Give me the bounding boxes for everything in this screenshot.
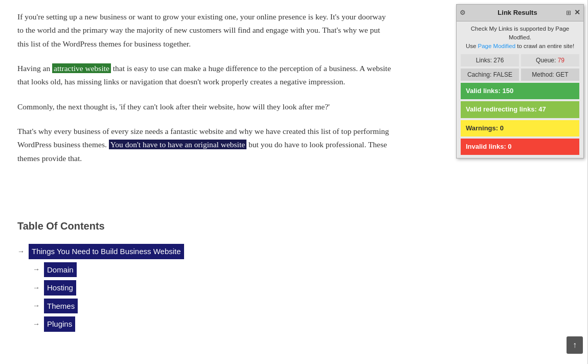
paragraph-commonly: Commonly, the next thought is, 'if they … [17,100,392,113]
toc-arrow-3: → [33,282,40,294]
panel-crawl-info: Check My Links is supported by Page Modf… [461,25,579,51]
warnings-label: Warnings: 0 [466,124,504,132]
caching-value: FALSE [493,71,512,78]
links-stat: Links: 276 [461,54,519,66]
toc-item-domain: → Domain [17,262,392,278]
scroll-to-top-button[interactable]: ↑ [567,336,583,354]
crawl-info-line3: to crawl an entire site! [515,43,574,49]
toc-title: Table Of Contents [17,217,392,235]
toc-arrow-5: → [33,318,40,330]
toc-item-hosting: → Hosting [17,280,392,295]
queue-label: Queue: [536,57,556,64]
toc-arrow-1: → [17,245,25,258]
panel-method-row: Caching: FALSE Method: GET [461,69,579,81]
crawl-info-line2: Use [466,43,478,49]
link-results-panel: ⚙ Link Results ⊞ ✕ Check My Links is sup… [456,4,584,158]
method-stat: Method: GET [521,69,579,81]
attractive-website-highlight: attractive website [52,63,111,73]
invalid-links-label: Invalid links: 0 [466,143,512,150]
method-value: GET [556,71,569,78]
toc-arrow-2: → [33,263,40,276]
panel-titlebar: ⚙ Link Results ⊞ ✕ [457,5,583,21]
valid-links-block: Valid links: 150 [461,83,579,99]
panel-title: Link Results [469,7,566,18]
gear-icon[interactable]: ⚙ [460,7,466,18]
original-website-highlight: You don't have to have an original websi… [109,140,246,149]
toc-item-plugins: → Plugins [17,316,392,332]
queue-stat: Queue: 79 [521,54,579,66]
toc-link-domain[interactable]: Domain [44,262,77,278]
para2-before: Having an [17,64,52,73]
para3-text: Commonly, the next thought is, 'if they … [17,102,330,111]
paragraph-thats-why: That's why every business of every size … [17,125,392,165]
toc-link-themes[interactable]: Themes [44,299,78,314]
expand-icon[interactable]: ⊞ [566,8,571,18]
toc-list: → Things You Need to Build Business Webs… [17,244,392,332]
close-icon[interactable]: ✕ [574,7,580,19]
links-value: 276 [493,57,504,64]
toc-link-things[interactable]: Things You Need to Build Business Websit… [29,244,184,259]
toc-link-hosting[interactable]: Hosting [44,280,76,295]
redirecting-links-label: Valid redirecting links: 47 [466,105,546,113]
intro-paragraph: If you're setting up a new business or w… [17,10,392,51]
method-label: Method: [532,71,554,78]
table-of-contents: Table Of Contents → Things You Need to B… [17,217,392,332]
toc-item-things: → Things You Need to Build Business Webs… [17,244,392,259]
warnings-block: Warnings: 0 [461,120,579,136]
links-label: Links: [476,57,492,64]
paragraph-attractive: Having an attractive website that is eas… [17,62,392,89]
crawl-info-line1: Check My Links is supported by Page Modf… [471,26,569,40]
queue-value: 79 [558,57,564,64]
caching-stat: Caching: FALSE [461,69,519,81]
scroll-top-icon: ↑ [573,340,577,349]
toc-item-themes: → Themes [17,299,392,314]
panel-stats-row: Links: 276 Queue: 79 [461,54,579,66]
toc-link-plugins[interactable]: Plugins [44,316,75,332]
caching-label: Caching: [467,71,491,78]
toc-arrow-4: → [33,300,40,312]
panel-body: Check My Links is supported by Page Modf… [457,21,583,158]
invalid-links-block: Invalid links: 0 [461,139,579,155]
redirecting-links-block: Valid redirecting links: 47 [461,101,579,118]
valid-links-label: Valid links: 150 [466,87,513,95]
intro-text: If you're setting up a new business or w… [17,12,386,48]
page-modified-link[interactable]: Page Modified [478,43,516,49]
